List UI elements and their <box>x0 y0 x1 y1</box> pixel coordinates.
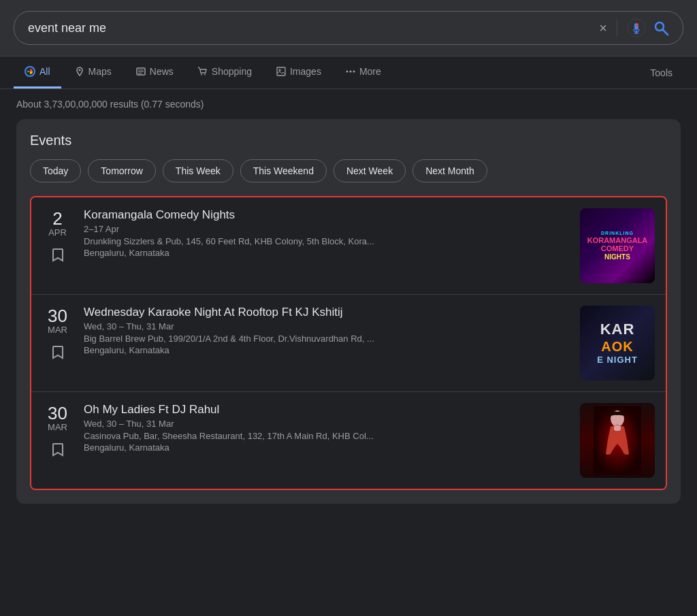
event-dates: Wed, 30 – Thu, 31 Mar <box>84 419 569 429</box>
results-count: About 3,73,00,00,000 results (0.77 secon… <box>0 89 697 119</box>
divider-line <box>617 20 617 36</box>
event-thumbnail: DRINKLING KORAMANGALACOMEDY NIGHTS <box>580 208 655 283</box>
event-thumbnail: KAR AOK E NIGHT <box>580 306 655 380</box>
tab-more[interactable]: More <box>335 56 392 88</box>
event-location: Bengaluru, Karnataka <box>84 345 569 355</box>
tab-news[interactable]: News <box>125 56 184 88</box>
search-icon[interactable] <box>653 20 669 36</box>
event-details: Koramangala Comedy Nights 2–17 Apr Drunk… <box>84 208 569 283</box>
shopping-icon <box>198 67 208 76</box>
filter-today[interactable]: Today <box>30 159 81 182</box>
search-input[interactable] <box>28 21 592 35</box>
event-details: Oh My Ladies Ft DJ Rahul Wed, 30 – Thu, … <box>84 403 569 478</box>
tab-all[interactable]: All <box>14 56 61 88</box>
filter-this-weekend[interactable]: This Weekend <box>240 159 327 182</box>
tab-images-label: Images <box>290 66 321 77</box>
svg-point-18 <box>353 71 355 73</box>
event-details: Wednesday Karaoke Night At Rooftop Ft KJ… <box>84 306 569 380</box>
filter-next-month[interactable]: Next Month <box>412 159 487 182</box>
images-icon <box>276 67 286 76</box>
svg-line-5 <box>663 30 668 35</box>
event-location: Bengaluru, Karnataka <box>84 442 569 453</box>
tab-maps-label: Maps <box>88 66 112 77</box>
event-venue: Big Barrel Brew Pub, 199/20/1/A 2nd & 4t… <box>84 334 569 344</box>
event-name: Koramangala Comedy Nights <box>84 208 569 222</box>
svg-point-17 <box>349 71 351 73</box>
filter-next-week[interactable]: Next Week <box>334 159 406 182</box>
event-item[interactable]: 2 APR Koramangala Comedy Nights 2–17 Apr… <box>31 197 666 295</box>
event-month: MAR <box>48 422 67 432</box>
event-day: 30 <box>48 307 67 325</box>
events-card: Events Today Tomorrow This Week This Wee… <box>16 119 681 504</box>
filter-tomorrow[interactable]: Tomorrow <box>88 159 155 182</box>
clear-icon[interactable]: × <box>599 20 607 36</box>
event-dates: 2–17 Apr <box>84 224 569 234</box>
event-item[interactable]: 30 MAR Wednesday Karaoke Night At Roofto… <box>31 295 666 392</box>
svg-point-12 <box>201 74 202 76</box>
tools-button[interactable]: Tools <box>639 58 683 88</box>
tab-more-label: More <box>359 66 381 77</box>
event-dates: Wed, 30 – Thu, 31 Mar <box>84 321 569 331</box>
event-month: MAR <box>48 325 67 335</box>
event-item[interactable]: 30 MAR Oh My Ladies Ft DJ Rahul Wed, 30 … <box>31 392 666 489</box>
bookmark-icon[interactable] <box>50 344 66 361</box>
bookmark-icon[interactable] <box>50 442 66 458</box>
filter-this-week[interactable]: This Week <box>163 159 233 182</box>
svg-point-15 <box>278 69 280 71</box>
svg-rect-3 <box>634 33 638 34</box>
events-list: 2 APR Koramangala Comedy Nights 2–17 Apr… <box>30 196 667 490</box>
event-date: 30 MAR <box>42 403 73 478</box>
event-day: 2 <box>52 210 62 227</box>
event-date: 30 MAR <box>42 306 73 380</box>
tab-shopping-label: Shopping <box>212 66 252 77</box>
location-icon <box>75 67 84 76</box>
tab-images[interactable]: Images <box>265 56 332 88</box>
event-location: Bengaluru, Karnataka <box>84 248 569 258</box>
tab-all-label: All <box>39 66 50 77</box>
svg-rect-14 <box>277 67 285 76</box>
bookmark-icon[interactable] <box>50 247 66 263</box>
more-icon <box>346 67 355 76</box>
filter-chips: Today Tomorrow This Week This Weekend Ne… <box>30 159 667 182</box>
event-name: Oh My Ladies Ft DJ Rahul <box>84 403 569 417</box>
event-name: Wednesday Karaoke Night At Rooftop Ft KJ… <box>84 306 569 319</box>
tab-maps[interactable]: Maps <box>64 56 123 88</box>
ladies-image <box>594 406 641 474</box>
google-icon <box>25 66 35 77</box>
news-icon <box>136 67 146 76</box>
event-venue: Casinova Pub, Bar, Sheesha Restaurant, 1… <box>84 431 569 441</box>
event-venue: Drunkling Sizzlers & Pub, 145, 60 Feet R… <box>84 236 569 246</box>
search-bar-container: × <box>0 0 697 56</box>
nav-tabs: All Maps News Shopping Images <box>0 56 697 89</box>
svg-rect-21 <box>614 425 621 431</box>
event-date: 2 APR <box>42 208 73 283</box>
tab-shopping[interactable]: Shopping <box>187 56 263 88</box>
event-day: 30 <box>48 404 67 422</box>
microphone-icon[interactable] <box>627 18 646 37</box>
svg-point-13 <box>204 74 206 76</box>
event-thumbnail <box>580 403 655 478</box>
svg-point-7 <box>78 69 80 71</box>
events-title: Events <box>30 133 667 148</box>
event-month: APR <box>48 227 67 238</box>
svg-point-16 <box>346 71 348 73</box>
tab-news-label: News <box>150 66 174 77</box>
search-bar: × <box>14 11 683 45</box>
